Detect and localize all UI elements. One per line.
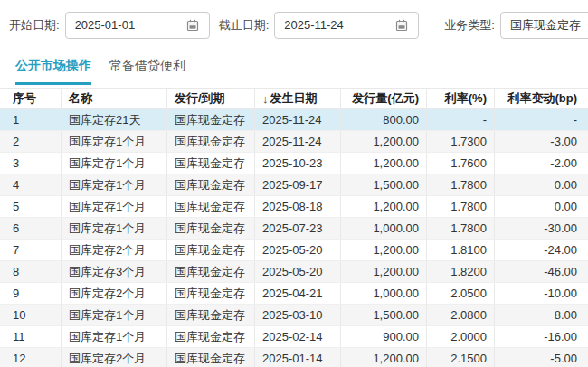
table-cell: 国库现金定存 (167, 305, 255, 325)
table-cell: 国库现金定存 (167, 326, 255, 347)
table-cell: 国库定存3个月 (62, 261, 167, 282)
table-row[interactable]: 7国库定存2个月国库现金定存2025-05-201,200.001.8100-2… (0, 240, 588, 261)
table-body: 1国库定存21天国库现金定存2025-11-24800.00--2国库定存1个月… (0, 109, 588, 367)
table-row[interactable]: 8国库定存3个月国库现金定存2025-05-201,200.001.8200-4… (0, 261, 588, 283)
table-cell: 2 (0, 131, 62, 152)
operations-table: 序号名称发行/到期↓发生日期发行量(亿元)利率(%)利率变动(bp) 1国库定存… (0, 88, 588, 367)
table-row[interactable]: 5国库定存1个月国库现金定存2025-08-181,200.001.78000.… (0, 196, 588, 218)
table-cell: 国库定存1个月 (62, 196, 167, 217)
table-cell: -30.00 (495, 218, 588, 239)
table-cell: 国库定存2个月 (62, 348, 167, 367)
table-cell: 1,200.00 (341, 196, 427, 217)
table-header-row: 序号名称发行/到期↓发生日期发行量(亿元)利率(%)利率变动(bp) (0, 89, 588, 109)
start-date-value: 2025-01-01 (75, 18, 185, 32)
table-cell: 国库定存2个月 (62, 240, 167, 260)
calendar-icon (185, 18, 200, 33)
calendar-icon (394, 18, 409, 33)
table-cell: 国库定存1个月 (62, 153, 167, 174)
table-cell: 国库现金定存 (167, 348, 255, 367)
table-cell: 国库定存1个月 (62, 218, 167, 239)
table-cell: 1,000.00 (341, 283, 427, 304)
column-header[interactable]: 名称 (62, 89, 167, 108)
table-cell: 国库定存21天 (62, 109, 167, 130)
table-cell: 2025-01-14 (255, 348, 341, 367)
table-cell: 国库现金定存 (167, 218, 255, 239)
table-cell: 国库现金定存 (167, 261, 255, 282)
business-type-value: 国库现金定存 (510, 17, 588, 33)
end-date-input[interactable]: 2025-11-24 (274, 12, 419, 39)
table-row[interactable]: 10国库定存1个月国库现金定存2025-03-101,500.002.08008… (0, 305, 588, 326)
table-cell: 12 (0, 348, 62, 367)
column-header[interactable]: 发行量(亿元) (341, 89, 427, 108)
table-cell: 1,200.00 (341, 348, 427, 367)
column-header[interactable]: 利率(%) (427, 89, 495, 108)
table-cell: 1 (0, 109, 62, 130)
table-cell: 国库现金定存 (167, 240, 255, 260)
table-cell: 1,200.00 (341, 240, 427, 260)
table-cell: -24.00 (495, 240, 588, 260)
business-type-select[interactable]: 国库现金定存 (500, 12, 588, 39)
column-header[interactable]: 利率变动(bp) (495, 89, 588, 108)
start-date-label: 开始日期: (9, 17, 60, 33)
table-cell: 2025-10-23 (255, 153, 341, 174)
table-cell: 2025-02-14 (255, 326, 341, 347)
table-row[interactable]: 11国库定存1个月国库现金定存2025-02-14900.002.0000-16… (0, 326, 588, 348)
table-cell: -2.00 (495, 153, 588, 174)
table-row[interactable]: 4国库定存1个月国库现金定存2025-09-171,500.001.78000.… (0, 174, 588, 196)
table-cell: 2025-11-24 (255, 131, 341, 152)
table-row[interactable]: 3国库定存1个月国库现金定存2025-10-231,200.001.7600-2… (0, 153, 588, 174)
tab-open-market-operations[interactable]: 公开市场操作 (15, 52, 91, 85)
column-header[interactable]: 发行/到期 (167, 89, 255, 108)
table-cell: 1,500.00 (341, 174, 427, 195)
table-cell: 2025-05-20 (255, 240, 341, 260)
column-header[interactable]: 序号 (0, 89, 62, 108)
table-cell: 国库现金定存 (167, 174, 255, 195)
sort-desc-icon: ↓ (262, 92, 269, 106)
table-row[interactable]: 1国库定存21天国库现金定存2025-11-24800.00-- (0, 109, 588, 131)
tab-standing-lending-facility[interactable]: 常备借贷便利 (109, 52, 185, 85)
table-cell: 1,200.00 (341, 153, 427, 174)
table-cell: - (495, 109, 588, 130)
table-cell: 国库定存1个月 (62, 174, 167, 195)
table-cell: 国库现金定存 (167, 283, 255, 304)
table-cell: 0.00 (495, 196, 588, 217)
tab-bar: 公开市场操作 常备借贷便利 (0, 50, 588, 85)
filter-bar: 开始日期: 2025-01-01 截止日期: 2025-11-24 业务类型: … (0, 0, 588, 50)
table-cell: 1,500.00 (341, 305, 427, 325)
table-cell: 国库定存1个月 (62, 305, 167, 325)
table-cell: -16.00 (495, 326, 588, 347)
table-cell: 0.00 (495, 174, 588, 195)
table-cell: -10.00 (495, 283, 588, 304)
table-cell: 2025-03-10 (255, 305, 341, 325)
table-cell: 2.0800 (427, 305, 495, 325)
table-cell: 800.00 (341, 109, 427, 130)
table-cell: 11 (0, 326, 62, 347)
table-cell: -5.00 (495, 348, 588, 367)
table-cell: 国库现金定存 (167, 131, 255, 152)
table-cell: 9 (0, 283, 62, 304)
table-cell: 1,200.00 (341, 131, 427, 152)
end-date-value: 2025-11-24 (284, 18, 394, 32)
table-cell: 7 (0, 240, 62, 260)
table-cell: 1.7800 (427, 174, 495, 195)
table-row[interactable]: 6国库定存1个月国库现金定存2025-07-231,000.001.7800-3… (0, 218, 588, 240)
table-cell: 2.0000 (427, 326, 495, 347)
table-row[interactable]: 2国库定存1个月国库现金定存2025-11-241,200.001.7300-3… (0, 131, 588, 153)
table-cell: 2025-11-24 (255, 109, 341, 130)
table-cell: 国库现金定存 (167, 196, 255, 217)
table-cell: 1.7600 (427, 153, 495, 174)
table-cell: 8 (0, 261, 62, 282)
table-row[interactable]: 12国库定存2个月国库现金定存2025-01-141,200.002.1500-… (0, 348, 588, 367)
column-header[interactable]: ↓发生日期 (255, 89, 341, 108)
table-cell: 1.7800 (427, 196, 495, 217)
table-cell: 2025-05-20 (255, 261, 341, 282)
table-row[interactable]: 9国库定存2个月国库现金定存2025-04-211,000.002.0500-1… (0, 283, 588, 305)
start-date-input[interactable]: 2025-01-01 (65, 12, 210, 39)
table-cell: 1.7800 (427, 218, 495, 239)
table-cell: 8.00 (495, 305, 588, 325)
table-cell: 1,200.00 (341, 261, 427, 282)
table-cell: 1.8100 (427, 240, 495, 260)
table-cell: 国库定存2个月 (62, 283, 167, 304)
table-cell: 10 (0, 305, 62, 325)
table-cell: 1.7300 (427, 131, 495, 152)
